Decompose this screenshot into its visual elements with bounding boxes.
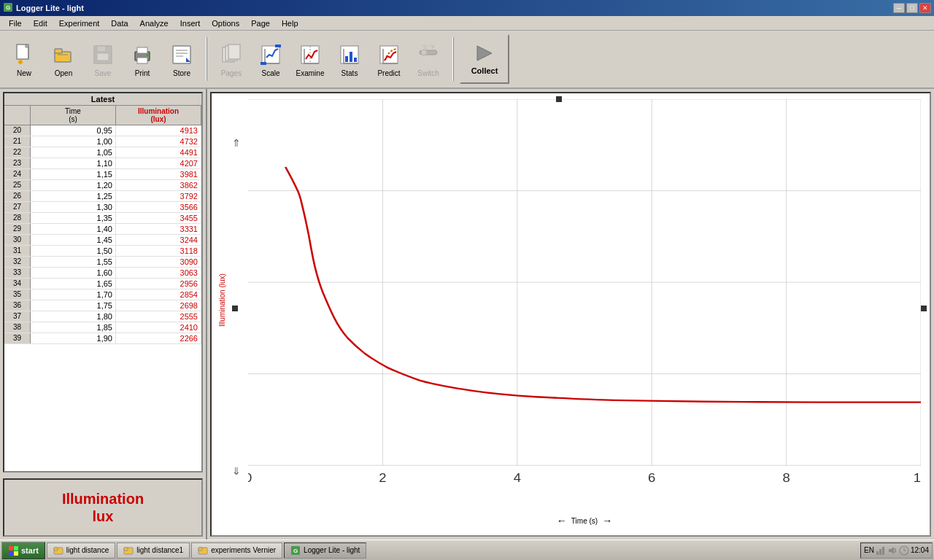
cell-lux: 3063 bbox=[116, 268, 201, 278]
cell-idx: 22 bbox=[4, 147, 31, 158]
cell-idx: 24 bbox=[4, 169, 31, 179]
close-button[interactable]: ✕ bbox=[919, 3, 931, 13]
menu-insert[interactable]: Insert bbox=[174, 18, 207, 29]
cell-time: 1,80 bbox=[31, 311, 116, 322]
collect-button[interactable]: Collect bbox=[460, 34, 509, 84]
open-button[interactable]: Open bbox=[45, 34, 82, 84]
save-button[interactable]: Save bbox=[85, 34, 121, 84]
cell-idx: 28 bbox=[4, 213, 31, 223]
cell-time: 1,75 bbox=[31, 300, 116, 311]
menu-analyze[interactable]: Analyze bbox=[134, 18, 174, 29]
taskbar-tray: EN 12:04 bbox=[860, 542, 933, 559]
cell-lux: 3566 bbox=[116, 202, 201, 212]
menu-options[interactable]: Options bbox=[206, 18, 245, 29]
cell-idx: 39 bbox=[4, 333, 31, 343]
title-bar: G Logger Lite - light ─ □ ✕ bbox=[0, 0, 934, 16]
cell-time: 1,10 bbox=[31, 158, 116, 168]
cell-idx: 34 bbox=[4, 279, 31, 289]
cell-lux: 3118 bbox=[116, 246, 201, 256]
svg-rect-28 bbox=[275, 44, 281, 47]
menu-edit[interactable]: Edit bbox=[28, 18, 53, 29]
taskbar-item-light-distance1[interactable]: light distance1 bbox=[117, 542, 190, 559]
main-content: Latest Time (s) Illumination (lux) 20 0,… bbox=[0, 89, 934, 540]
svg-point-43 bbox=[421, 50, 427, 55]
start-button[interactable]: start bbox=[1, 542, 45, 559]
y-drag-handle-top[interactable] bbox=[556, 96, 562, 102]
menu-file[interactable]: File bbox=[3, 18, 28, 29]
cell-idx: 35 bbox=[4, 289, 31, 300]
cell-idx: 32 bbox=[4, 257, 31, 267]
svg-rect-36 bbox=[345, 56, 348, 62]
left-panel: Latest Time (s) Illumination (lux) 20 0,… bbox=[0, 89, 207, 540]
taskbar-item-logger-lite[interactable]: G Logger Lite - light bbox=[284, 542, 366, 559]
menu-data[interactable]: Data bbox=[105, 18, 134, 29]
menu-experiment[interactable]: Experiment bbox=[53, 18, 106, 29]
new-button[interactable]: New bbox=[6, 34, 42, 84]
switch-button[interactable]: °C °F Switch bbox=[410, 34, 447, 84]
svg-text:6: 6 bbox=[648, 471, 655, 485]
stats-button[interactable]: Stats bbox=[331, 34, 368, 84]
x-drag-handle-right[interactable] bbox=[921, 306, 927, 311]
x-scroll-right[interactable]: → bbox=[602, 515, 612, 526]
table-row: 31 1,50 3118 bbox=[4, 246, 201, 257]
x-axis-nav: ← Time (s) → bbox=[248, 515, 921, 526]
scale-button[interactable]: Scale bbox=[252, 34, 289, 84]
cell-lux: 4913 bbox=[116, 125, 201, 136]
minimize-button[interactable]: ─ bbox=[893, 3, 905, 13]
cell-time: 1,35 bbox=[31, 213, 116, 223]
svg-text:10: 10 bbox=[914, 471, 921, 485]
col-header-time: Time (s) bbox=[31, 106, 116, 125]
cell-lux: 3455 bbox=[116, 213, 201, 223]
svg-rect-27 bbox=[260, 62, 266, 65]
svg-rect-73 bbox=[54, 548, 58, 551]
y-drag-handle[interactable] bbox=[232, 306, 238, 311]
menu-bar: File Edit Experiment Data Analyze Insert… bbox=[0, 16, 934, 31]
svg-text:G: G bbox=[293, 548, 298, 554]
cell-idx: 33 bbox=[4, 268, 31, 278]
taskbar-clock: 12:04 bbox=[911, 546, 929, 554]
cell-time: 1,55 bbox=[31, 257, 116, 267]
x-scroll-left[interactable]: ← bbox=[557, 515, 567, 526]
cell-lux: 2266 bbox=[116, 333, 201, 343]
y-scroll-down[interactable]: ⇓ bbox=[232, 465, 241, 477]
table-row: 29 1,40 3331 bbox=[4, 224, 201, 235]
separator-2 bbox=[452, 37, 454, 81]
cell-lux: 4207 bbox=[116, 158, 201, 168]
taskbar-item-experiments[interactable]: experiments Vernier bbox=[191, 542, 282, 559]
y-scroll-up[interactable]: ⇑ bbox=[232, 137, 241, 149]
predict-button[interactable]: Predict bbox=[371, 34, 407, 84]
cell-lux: 3981 bbox=[116, 169, 201, 179]
table-row: 32 1,55 3090 bbox=[4, 257, 201, 268]
cell-time: 1,50 bbox=[31, 246, 116, 256]
examine-button[interactable]: Examine bbox=[292, 34, 328, 84]
separator-1 bbox=[206, 37, 207, 81]
x-axis-label: Time (s) bbox=[571, 517, 598, 525]
y-axis-label: Illumination (lux) bbox=[218, 273, 226, 327]
svg-rect-69 bbox=[14, 546, 18, 551]
toolbar: New Open Save bbox=[0, 31, 934, 89]
table-row: 24 1,15 3981 bbox=[4, 169, 201, 180]
cell-idx: 26 bbox=[4, 191, 31, 201]
cell-lux: 3090 bbox=[116, 257, 201, 267]
print-button[interactable]: Print bbox=[124, 34, 161, 84]
cell-time: 1,25 bbox=[31, 191, 116, 201]
taskbar-item-light-distance[interactable]: light distance bbox=[47, 542, 115, 559]
svg-rect-80 bbox=[876, 551, 879, 555]
table-row: 37 1,80 2555 bbox=[4, 311, 201, 322]
svg-rect-23 bbox=[228, 44, 240, 59]
store-button[interactable]: Store bbox=[163, 34, 200, 84]
bottom-display: Illumination lux bbox=[3, 478, 203, 537]
cell-idx: 31 bbox=[4, 246, 31, 256]
bottom-display-text: Illumination lux bbox=[62, 490, 144, 525]
table-row: 28 1,35 3455 bbox=[4, 213, 201, 224]
svg-rect-37 bbox=[350, 52, 352, 62]
cell-lux: 2956 bbox=[116, 279, 201, 289]
cell-idx: 36 bbox=[4, 300, 31, 311]
menu-page[interactable]: Page bbox=[245, 18, 276, 29]
cell-lux: 2854 bbox=[116, 289, 201, 300]
menu-help[interactable]: Help bbox=[276, 18, 304, 29]
pages-button[interactable]: Pages bbox=[213, 34, 250, 84]
maximize-button[interactable]: □ bbox=[906, 3, 918, 13]
table-row: 35 1,70 2854 bbox=[4, 289, 201, 300]
app-icon: G bbox=[3, 2, 13, 14]
